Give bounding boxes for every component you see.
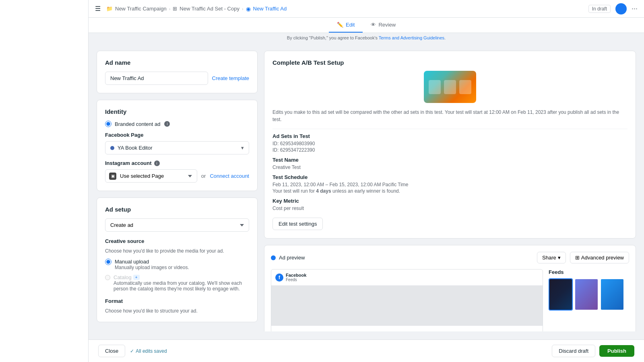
breadcrumb-adset[interactable]: New Traffic Ad Set - Copy [180,6,239,12]
ab-test-card: Complete A/B Test Setup Edits you make t… [264,51,636,239]
right-panel: Complete A/B Test Setup Edits you make t… [264,51,636,331]
test-name-label: Test Name [272,157,627,163]
share-button[interactable]: Share ▾ [537,252,566,263]
ad-name-input[interactable] [105,72,208,85]
tab-edit[interactable]: ✏️ Edit [329,18,363,33]
ad-preview-actions: Share ▾ ⊞ Advanced preview [537,252,629,263]
left-panel: Ad name Create template Identity Branded… [97,51,258,331]
fb-page-value: YA Book Editor [118,145,152,151]
feeds-header: Feeds [549,269,629,275]
format-label: Format [105,298,249,304]
test-schedule-label: Test Schedule [272,174,627,180]
fb-preview-box: f Facebook Feeds [271,269,543,331]
test-run-info: Your test will run for 4 days unless an … [272,188,627,194]
pencil-icon: ✏️ [337,22,343,28]
fb-page-dot [110,146,114,150]
creative-source-desc: Choose how you'd like to provide the med… [105,248,249,254]
feed-thumb-2-img [575,279,598,310]
ab-test-title: Complete A/B Test Setup [272,59,627,66]
branded-content-info-icon[interactable]: i [164,121,170,127]
catalog-content: Catalog + Automatically use media from y… [114,274,249,292]
facebook-page-label: Facebook Page [105,132,249,138]
breadcrumb-sep-2: › [242,6,244,11]
ad-preview-header: Ad preview Share ▾ ⊞ Advanced preview [271,252,629,263]
key-metric-label: Key Metric [272,198,627,204]
topbar-right: In draft ··· [588,3,638,14]
feed-thumb-1-img [549,279,572,310]
create-template-link[interactable]: Create template [212,75,250,81]
breadcrumb-campaign[interactable]: New Traffic Campaign [115,6,167,12]
identity-title: Identity [105,108,249,115]
avatar[interactable] [615,3,627,14]
checkmark-icon: ✓ [130,348,134,354]
ad-preview-title: Ad preview [271,255,305,261]
tab-edit-label: Edit [346,22,355,28]
terms-link[interactable]: Terms and Advertising Guidelines [379,35,444,40]
advanced-preview-label: Advanced preview [581,255,624,261]
share-label: Share [542,255,556,261]
ad-setup-select[interactable]: Create ad [105,218,249,232]
eye-icon: 👁 [371,22,376,28]
edit-test-settings-button[interactable]: Edit test settings [272,218,323,230]
feed-thumb-3-img [601,279,623,310]
fb-preview-header: f Facebook Feeds [271,269,543,286]
publish-button[interactable]: Publish [599,345,634,357]
feed-thumb-1[interactable] [549,278,573,311]
divider-1 [272,129,627,129]
feed-thumb-2[interactable] [574,278,599,311]
bottom-left: Close ✓ All edits saved [98,345,167,357]
connect-account-button[interactable]: Connect account [210,173,249,179]
creative-source-label: Creative source [105,238,249,244]
branded-content-radio[interactable] [105,121,111,127]
breadcrumb: ☰ 📁 New Traffic Campaign › ⊞ New Traffic… [95,5,287,12]
ad-preview-label: Ad preview [279,255,305,261]
close-button[interactable]: Close [98,345,125,357]
sidebar-toggle-icon[interactable]: ☰ [95,5,101,12]
catalog-desc: Automatically use media from your catalo… [114,280,249,292]
tab-review[interactable]: 👁 Review [363,18,404,33]
saved-label: All edits saved [136,348,167,354]
test-schedule-value: Feb 11, 2023, 12:00 AM – Feb 15, 2023, 1… [272,182,627,187]
manual-upload-content: Manual upload Manually upload images or … [115,259,189,270]
facebook-page-select[interactable]: YA Book Editor ▾ [105,141,249,154]
ad-setup-card: Ad setup Create ad Creative source Choos… [97,197,258,322]
feed-thumb-3[interactable] [600,278,624,311]
ab-test-overlay [424,71,476,103]
ig-account-select[interactable]: Use selected Page [105,169,197,183]
status-badge: In draft [588,5,611,13]
breadcrumb-sep-1: › [169,6,171,11]
terms-text: By clicking "Publish," you agree to Face… [287,35,378,40]
ig-select-wrapper: ▣ Use selected Page [105,169,197,183]
fb-logo: f [275,274,283,282]
manual-upload-radio[interactable] [105,259,111,265]
tab-review-label: Review [378,22,396,28]
advanced-preview-button[interactable]: ⊞ Advanced preview [570,252,629,263]
instagram-info-icon[interactable]: i [154,160,160,166]
format-desc: Choose how you'd like to structure your … [105,308,249,314]
topbar: ☰ 📁 New Traffic Campaign › ⊞ New Traffic… [89,0,644,18]
bottom-right: Discard draft Publish [552,345,634,357]
fb-preview-labels: Facebook Feeds [286,273,306,282]
ab-image-container [272,71,627,103]
more-options-button[interactable]: ··· [632,4,638,13]
plus-badge: + [133,275,140,280]
breadcrumb-folder-icon: 📁 [106,6,113,12]
discard-draft-button[interactable]: Discard draft [552,345,595,357]
ab-test-desc: Edits you make to this ad set will be co… [272,109,627,123]
feeds-label-text: Feeds [286,278,306,282]
test-name-value: Creative Test [272,165,627,170]
terms-bar: By clicking "Publish," you agree to Face… [89,33,644,43]
expand-icon: ⊞ [575,255,580,261]
ad-preview-card: Ad preview Share ▾ ⊞ Advanced preview [264,245,636,331]
feeds-grid [549,278,629,311]
instagram-account-label: Instagram account [105,160,152,166]
preview-content: f Facebook Feeds Feeds [271,269,629,331]
left-sidebar [0,0,89,362]
catalog-radio[interactable] [105,274,110,281]
catalog-option: Catalog + Automatically use media from y… [105,274,249,292]
test-days: 4 days [316,188,331,194]
breadcrumb-ad[interactable]: New Traffic Ad [253,6,287,12]
ad-sets-in-test-label: Ad Sets in Test [272,133,627,139]
ab-box-3 [459,80,471,94]
fb-label: Facebook [286,273,306,278]
